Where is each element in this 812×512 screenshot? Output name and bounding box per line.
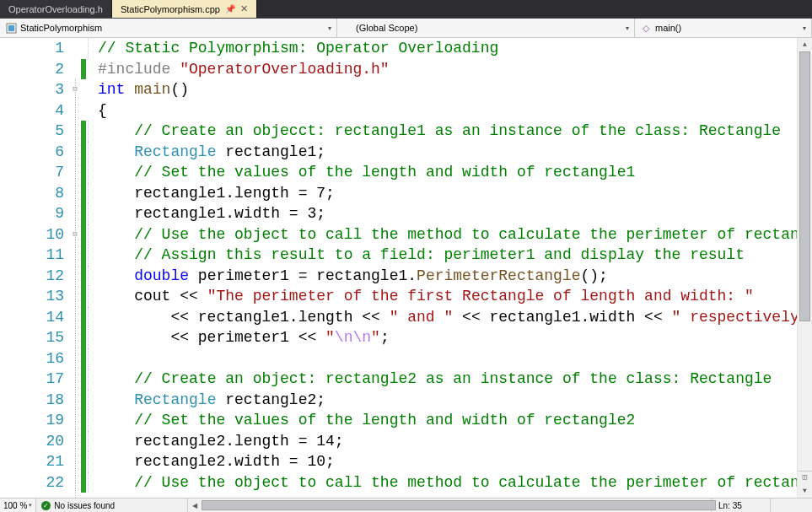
vertical-scrollbar[interactable]: ▲ ◫ ▼: [797, 38, 812, 498]
scrollbar-thumb[interactable]: [202, 500, 716, 510]
editor-footer: 100 % ▾ ✓ No issues found ◀ ▶ Ln: 35: [0, 498, 812, 512]
issues-label: No issues found: [54, 501, 115, 510]
tab-bar: OperatorOverloading.h StaticPolymorphism…: [0, 0, 812, 19]
code-content[interactable]: // Static Polymorphism: Operator Overloa…: [91, 38, 797, 498]
line-number-gutter: 12345678910111213141516171819202122: [0, 38, 69, 498]
zoom-value: 100 %: [3, 501, 27, 510]
project-icon: [5, 22, 17, 34]
pin-icon[interactable]: 📌: [225, 4, 235, 13]
method-icon: ◇: [640, 22, 652, 34]
chevron-down-icon: ▾: [328, 24, 331, 32]
issues-indicator[interactable]: ✓ No issues found: [36, 499, 188, 512]
chevron-down-icon: ▾: [29, 502, 32, 509]
char-indicator[interactable]: [770, 499, 812, 512]
svg-rect-1: [8, 25, 14, 31]
fold-column[interactable]: ⊟⊟: [69, 38, 81, 498]
scope-project-dropdown[interactable]: StaticPolymorphism ▾: [0, 19, 337, 37]
scope-function-dropdown[interactable]: ◇ main() ▾: [635, 19, 812, 37]
scroll-up-arrow-icon[interactable]: ▲: [798, 38, 812, 51]
scroll-down-arrow-icon[interactable]: ▼: [798, 484, 812, 498]
scope-global-label: (Global Scope): [342, 23, 417, 33]
split-view-icon[interactable]: ◫: [798, 471, 812, 484]
tab-static-polymorphism[interactable]: StaticPolymorphism.cpp 📌 ✕: [112, 0, 257, 18]
check-icon: ✓: [41, 501, 51, 510]
tab-operator-overloading[interactable]: OperatorOverloading.h: [0, 0, 112, 18]
chevron-down-icon: ▾: [626, 24, 629, 32]
scope-global-dropdown[interactable]: (Global Scope) ▾: [337, 19, 635, 37]
scope-project-label: StaticPolymorphism: [20, 23, 102, 33]
horizontal-scrollbar[interactable]: ◀ ▶: [188, 499, 711, 512]
tab-label: OperatorOverloading.h: [8, 4, 103, 14]
scrollbar-track[interactable]: [202, 499, 697, 512]
navigation-bar: StaticPolymorphism ▾ (Global Scope) ▾ ◇ …: [0, 19, 812, 38]
scrollbar-track[interactable]: [798, 51, 812, 471]
indent-guide-column: [86, 38, 91, 498]
tab-label: StaticPolymorphism.cpp: [121, 4, 220, 14]
scrollbar-thumb[interactable]: [799, 51, 810, 321]
scroll-left-arrow-icon[interactable]: ◀: [188, 502, 202, 509]
line-label: Ln: 35: [718, 501, 742, 510]
zoom-dropdown[interactable]: 100 % ▾: [0, 499, 36, 512]
close-icon[interactable]: ✕: [240, 3, 248, 14]
chevron-down-icon: ▾: [803, 24, 806, 32]
scope-function-label: main(): [655, 23, 681, 33]
code-editor[interactable]: 12345678910111213141516171819202122 ⊟⊟ /…: [0, 38, 812, 498]
line-indicator[interactable]: Ln: 35: [711, 499, 770, 512]
